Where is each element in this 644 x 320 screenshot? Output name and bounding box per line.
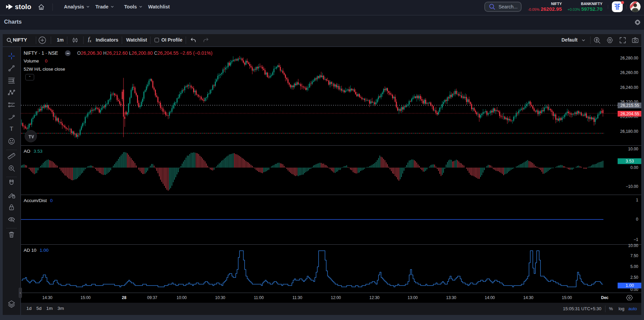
svg-text:11:30: 11:30 [292, 295, 302, 300]
svg-text:7.50: 7.50 [630, 253, 639, 258]
svg-text:−10.00: −10.00 [626, 184, 638, 189]
svg-text:5.00: 5.00 [630, 264, 639, 269]
svg-text:10.00: 10.00 [628, 243, 638, 248]
svg-text:10:00: 10:00 [177, 295, 187, 300]
svg-text:−1: −1 [634, 237, 638, 242]
svg-text:13:00: 13:00 [408, 295, 418, 300]
svg-text:1.00: 1.00 [626, 283, 634, 288]
svg-text:3.53: 3.53 [626, 159, 634, 164]
svg-text:26,180.00: 26,180.00 [620, 129, 639, 134]
svg-text:26,280.00: 26,280.00 [620, 56, 639, 60]
svg-text:09:37: 09:37 [147, 295, 157, 300]
svg-text:26,240.00: 26,240.00 [620, 85, 639, 90]
svg-text:28: 28 [122, 295, 127, 300]
svg-text:0: 0 [636, 217, 638, 222]
svg-text:15:00: 15:00 [562, 295, 572, 300]
svg-text:10.00: 10.00 [628, 147, 638, 151]
svg-text:12:30: 12:30 [369, 295, 380, 300]
svg-text:Dec: Dec [601, 295, 608, 300]
svg-text:15:00: 15:00 [80, 295, 91, 300]
svg-text:14:00: 14:00 [485, 295, 495, 300]
svg-text:1: 1 [636, 198, 638, 202]
svg-text:0.00: 0.00 [630, 165, 639, 170]
svg-text:26,260.00: 26,260.00 [620, 70, 639, 75]
svg-text:10:30: 10:30 [215, 295, 225, 300]
svg-text:26,215.55: 26,215.55 [620, 103, 639, 108]
svg-text:2.50: 2.50 [630, 275, 639, 280]
svg-text:14:30: 14:30 [523, 295, 533, 300]
svg-text:12:00: 12:00 [331, 295, 341, 300]
svg-text:14:30: 14:30 [42, 295, 52, 300]
svg-text:26,204.55: 26,204.55 [620, 112, 639, 116]
svg-text:11:00: 11:00 [254, 295, 263, 300]
svg-text:13:30: 13:30 [446, 295, 456, 300]
